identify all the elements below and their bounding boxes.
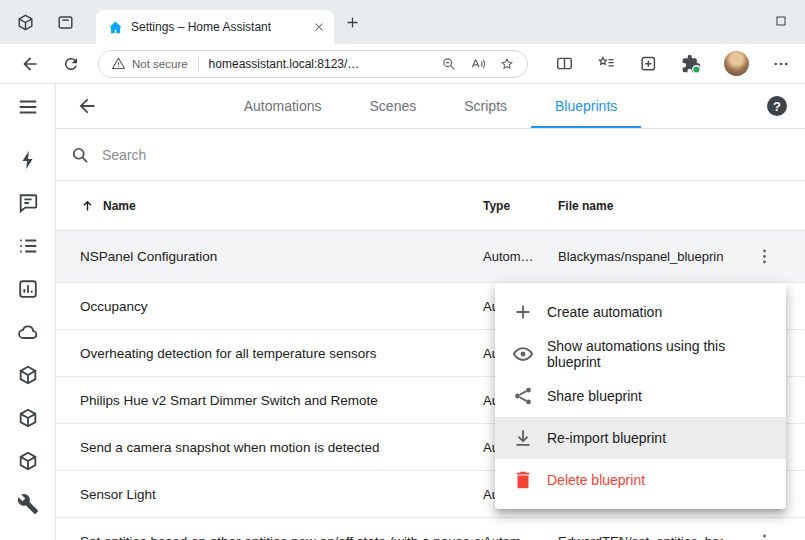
favorites-icon[interactable]: [597, 54, 616, 73]
menu-item-create-automation[interactable]: Create automation: [495, 291, 786, 333]
tab-scenes[interactable]: Scenes: [346, 84, 441, 128]
wrench-icon[interactable]: [16, 492, 40, 516]
chat-bubble-icon[interactable]: [16, 191, 40, 215]
home-assistant-favicon: [108, 20, 123, 35]
browser-tab[interactable]: Settings – Home Assistant: [96, 10, 334, 44]
split-screen-icon[interactable]: [555, 54, 574, 73]
address-divider: [198, 57, 199, 71]
tab-automations[interactable]: Automations: [220, 84, 346, 128]
menu-item-reimport-blueprint[interactable]: Re-import blueprint: [495, 417, 786, 459]
list-icon[interactable]: [16, 234, 40, 258]
browser-tab-strip: Settings – Home Assistant: [0, 0, 805, 44]
sort-ascending-icon: [80, 198, 95, 213]
trash-icon: [511, 468, 535, 492]
read-aloud-icon[interactable]: [470, 56, 486, 72]
menu-item-delete-blueprint[interactable]: Delete blueprint: [495, 459, 786, 501]
tab-actions-icon[interactable]: [56, 13, 75, 32]
sidebar-menu-icon[interactable]: [17, 84, 39, 129]
table-row[interactable]: Set entities based on other entities new…: [56, 518, 805, 540]
window-maximize-icon[interactable]: [773, 13, 789, 29]
new-tab-icon[interactable]: [344, 14, 361, 31]
table-header: Name Type File name: [56, 181, 805, 231]
menu-item-show-automations[interactable]: Show automations using this blueprint: [495, 333, 786, 375]
tab-close-icon[interactable]: [312, 20, 326, 34]
plus-icon: [511, 300, 535, 324]
column-header-file[interactable]: File name: [558, 199, 723, 213]
address-bar[interactable]: Not secure homeassistant.local:8123/…: [98, 50, 528, 78]
settings-more-icon[interactable]: [772, 55, 790, 73]
cloud-icon[interactable]: [16, 320, 40, 344]
zoom-out-icon[interactable]: [441, 56, 457, 72]
browser-window: Settings – Home Assistant Not secure hom…: [0, 0, 805, 540]
cube-icon-1[interactable]: [16, 363, 40, 387]
ha-header: Automations Scenes Scripts Blueprints ?: [56, 84, 805, 129]
menu-item-share-blueprint[interactable]: Share blueprint: [495, 375, 786, 417]
not-secure-warning-icon: [111, 56, 126, 71]
chart-box-icon[interactable]: [16, 277, 40, 301]
search-input[interactable]: [102, 147, 422, 163]
profile-avatar[interactable]: [724, 51, 749, 76]
help-icon[interactable]: ?: [767, 96, 787, 116]
row-overflow-menu-icon[interactable]: [744, 521, 784, 540]
search-bar: [56, 129, 805, 181]
blueprint-context-menu: Create automation Show automations using…: [495, 283, 786, 509]
security-label: Not secure: [132, 58, 188, 70]
browser-toolbar: Not secure homeassistant.local:8123/…: [0, 44, 805, 84]
energy-lightning-icon[interactable]: [16, 148, 40, 172]
column-header-name[interactable]: Name: [80, 198, 483, 213]
table-row[interactable]: NSPanel Configuration Autom… Blackymas/n…: [56, 231, 805, 283]
workspaces-icon[interactable]: [16, 13, 35, 32]
favorite-star-icon[interactable]: [499, 56, 515, 72]
tab-blueprints[interactable]: Blueprints: [531, 84, 641, 128]
share-icon: [511, 384, 535, 408]
column-header-type[interactable]: Type: [483, 199, 558, 213]
collections-icon[interactable]: [639, 54, 658, 73]
cube-icon-3[interactable]: [16, 449, 40, 473]
extensions-icon[interactable]: [681, 54, 701, 74]
download-icon: [511, 426, 535, 450]
browser-back-icon[interactable]: [20, 54, 40, 74]
search-icon: [70, 145, 90, 165]
eye-icon: [511, 342, 535, 366]
row-overflow-menu-icon[interactable]: [744, 237, 784, 277]
cube-icon-2[interactable]: [16, 406, 40, 430]
tab-title: Settings – Home Assistant: [131, 20, 304, 34]
ha-sidebar: [0, 84, 56, 540]
browser-refresh-icon[interactable]: [62, 55, 80, 73]
url-text: homeassistant.local:8123/…: [209, 57, 435, 71]
ha-back-icon[interactable]: [76, 95, 98, 117]
tab-scripts[interactable]: Scripts: [440, 84, 531, 128]
